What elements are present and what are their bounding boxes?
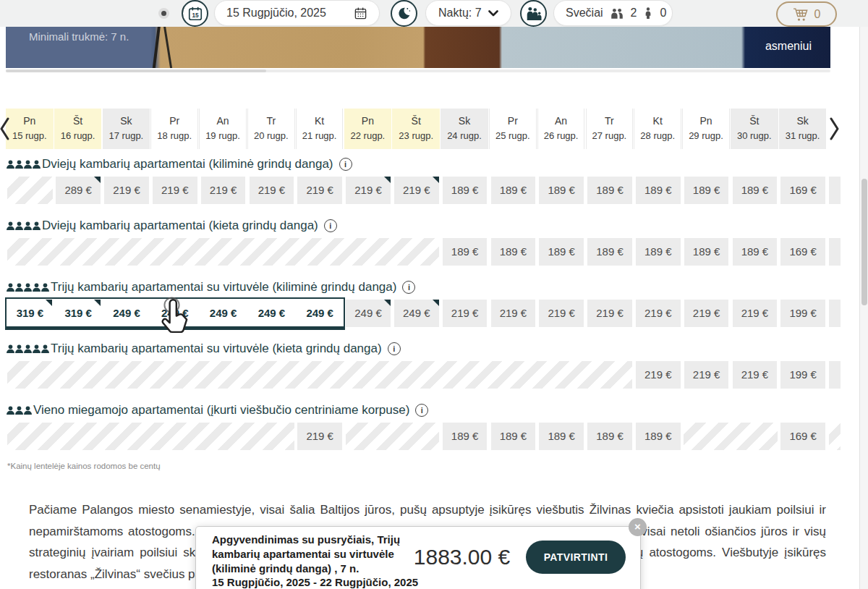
day-date: 17 rugp. bbox=[103, 130, 150, 141]
price-cell[interactable]: 219 € bbox=[684, 361, 729, 389]
price-cell[interactable]: 249 € bbox=[297, 300, 342, 327]
close-icon[interactable]: × bbox=[629, 518, 647, 536]
price-cell[interactable]: 219 € bbox=[636, 361, 681, 389]
nights-select[interactable]: Naktų: 7 bbox=[425, 0, 511, 26]
price-cell[interactable]: 189 € bbox=[636, 238, 681, 266]
day-date: 23 rugp. bbox=[392, 130, 440, 141]
price-cell[interactable]: 249 € bbox=[250, 300, 294, 327]
day-date: 26 rugp. bbox=[538, 130, 584, 141]
booking-title: Apgyvendinimas su pusryčiais, Trijų kamb… bbox=[212, 533, 414, 576]
calendar-circle-button[interactable]: 15 bbox=[182, 0, 208, 27]
unavailable-cells bbox=[346, 423, 440, 450]
price-cell[interactable]: 219 € bbox=[250, 177, 294, 204]
day-header: Sk31 rugp. bbox=[779, 109, 827, 149]
price-cell[interactable]: 189 € bbox=[587, 238, 632, 266]
price-cell[interactable]: 249 € bbox=[153, 300, 197, 327]
day-header: Št16 rugp. bbox=[54, 109, 102, 149]
confirm-button[interactable]: PATVIRTINTI bbox=[526, 541, 626, 574]
price-cell[interactable]: 189 € bbox=[684, 177, 729, 204]
photo-scrollbar[interactable] bbox=[6, 69, 830, 72]
day-of-week: Št bbox=[731, 115, 778, 127]
day-of-week: An bbox=[200, 115, 246, 127]
price-cell[interactable]: 189 € bbox=[443, 423, 488, 450]
price-cell[interactable]: 319 € bbox=[8, 300, 53, 327]
price-cell[interactable]: 219 € bbox=[587, 300, 632, 327]
price-cell[interactable]: 189 € bbox=[587, 177, 632, 204]
price-cell[interactable]: 219 € bbox=[394, 177, 439, 204]
date-input[interactable]: 15 Rugpjūčio, 2025 bbox=[214, 0, 380, 26]
price-cell[interactable]: 219 € bbox=[297, 423, 342, 450]
person-icons bbox=[6, 405, 32, 416]
children-count: 0 bbox=[660, 7, 666, 20]
corner-marker bbox=[384, 300, 391, 306]
price-cell[interactable]: 189 € bbox=[491, 423, 536, 450]
price-cell[interactable]: 219 € bbox=[443, 300, 488, 327]
cut-cell bbox=[829, 238, 841, 266]
day-of-week: Sk bbox=[441, 115, 488, 127]
calendar-icon[interactable] bbox=[354, 7, 367, 20]
price-cell[interactable]: 219 € bbox=[491, 300, 536, 327]
price-cell[interactable]: 189 € bbox=[733, 238, 778, 266]
day-header: Kt28 rugp. bbox=[634, 109, 681, 149]
price-cell[interactable]: 199 € bbox=[780, 300, 825, 327]
info-icon[interactable]: i bbox=[415, 404, 428, 417]
price-cell[interactable]: 189 € bbox=[636, 177, 681, 204]
unavailable-cells bbox=[7, 177, 53, 204]
price-cell[interactable]: 189 € bbox=[636, 423, 681, 450]
price-cell[interactable]: 219 € bbox=[733, 300, 778, 327]
nights-circle-button[interactable] bbox=[391, 0, 417, 27]
price-cell[interactable]: 199 € bbox=[780, 361, 825, 389]
price-cell[interactable]: 189 € bbox=[443, 238, 488, 266]
room-name: Dviejų kambarių apartamentai (kiliminė g… bbox=[42, 157, 333, 171]
price-cell[interactable]: 189 € bbox=[684, 238, 729, 266]
cart-count: 0 bbox=[814, 8, 821, 21]
scrollbar-thumb[interactable] bbox=[861, 179, 867, 305]
svg-text:15: 15 bbox=[192, 12, 199, 19]
day-date: 18 rugp. bbox=[151, 130, 197, 141]
price-cell[interactable]: 189 € bbox=[733, 177, 778, 204]
chevron-right-icon[interactable] bbox=[829, 117, 839, 143]
info-icon[interactable]: i bbox=[388, 342, 401, 355]
price-cell[interactable]: 189 € bbox=[491, 238, 536, 266]
price-row: 189 €189 €189 €189 €189 €189 €189 €169 € bbox=[6, 238, 841, 266]
price-cell[interactable]: 249 € bbox=[346, 300, 391, 327]
chevron-left-icon[interactable] bbox=[0, 117, 10, 143]
cart-button[interactable]: 0 bbox=[776, 1, 837, 27]
day-header: Pn22 rugp. bbox=[344, 109, 392, 149]
price-cell[interactable]: 219 € bbox=[153, 177, 197, 204]
price-cell[interactable]: 189 € bbox=[539, 238, 584, 266]
day-header: Št30 rugp. bbox=[731, 109, 778, 149]
room-title-row: Vieno miegamojo apartamentai (įkurti vie… bbox=[6, 402, 428, 419]
price-cell[interactable]: 219 € bbox=[201, 177, 246, 204]
price-cell[interactable]: 189 € bbox=[443, 177, 488, 204]
info-icon[interactable]: i bbox=[402, 281, 415, 294]
price-cell[interactable]: 219 € bbox=[104, 177, 149, 204]
day-header: Tr20 rugp. bbox=[247, 109, 295, 149]
price-cell[interactable]: 219 € bbox=[297, 177, 342, 204]
price-cell[interactable]: 249 € bbox=[394, 300, 439, 327]
price-cell[interactable]: 219 € bbox=[539, 300, 584, 327]
price-cell[interactable]: 169 € bbox=[780, 238, 825, 266]
price-cell[interactable]: 169 € bbox=[780, 423, 825, 450]
guests-circle-button[interactable] bbox=[520, 0, 547, 27]
price-cell[interactable]: 189 € bbox=[491, 177, 536, 204]
info-icon[interactable]: i bbox=[339, 158, 352, 171]
price-cell[interactable]: 319 € bbox=[56, 300, 101, 327]
price-cell[interactable]: 249 € bbox=[104, 300, 149, 327]
price-cell[interactable]: 219 € bbox=[684, 300, 729, 327]
info-icon[interactable]: i bbox=[324, 219, 337, 232]
price-cell[interactable]: 189 € bbox=[539, 423, 584, 450]
price-row: 219 €189 €189 €189 €189 €189 €169 € bbox=[6, 423, 841, 450]
dot-indicator-icon bbox=[158, 8, 169, 19]
price-cell[interactable]: 219 € bbox=[733, 361, 778, 389]
price-cell[interactable]: 289 € bbox=[56, 177, 101, 204]
price-cell[interactable]: 249 € bbox=[201, 300, 246, 327]
price-cell[interactable]: 219 € bbox=[346, 177, 391, 204]
price-cell[interactable]: 219 € bbox=[636, 300, 681, 327]
day-header: Pn29 rugp. bbox=[682, 109, 730, 149]
price-cell[interactable]: 169 € bbox=[780, 177, 825, 204]
price-cell[interactable]: 189 € bbox=[539, 177, 584, 204]
guests-select[interactable]: Svečiai 2 0 bbox=[553, 0, 673, 26]
price-cell[interactable]: 189 € bbox=[587, 423, 632, 450]
cut-cell bbox=[829, 300, 841, 327]
